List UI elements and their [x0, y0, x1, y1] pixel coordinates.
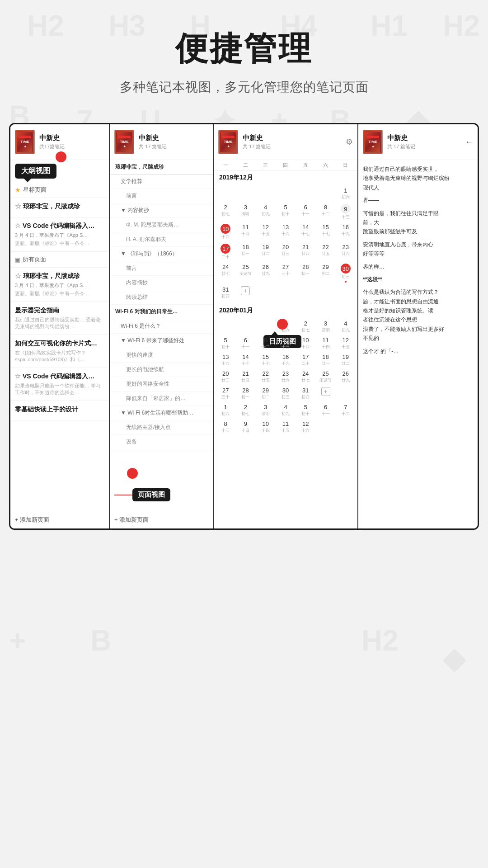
outline-item[interactable]: Wi-Fi 6 对我们的日常生…	[110, 305, 213, 319]
calendar-day[interactable]: 7十二	[336, 401, 356, 418]
outline-item[interactable]: Φ. M. 陀思妥耶夫斯…	[110, 218, 213, 232]
calendar-day-today[interactable]: 10十四	[216, 221, 235, 241]
calendar-day[interactable]: 8十二	[315, 201, 335, 221]
calendar-day[interactable]: 14十七	[296, 221, 315, 241]
calendar-day[interactable]: 3清明	[315, 317, 335, 334]
outline-item[interactable]: 前言	[110, 189, 213, 203]
list-item[interactable]: 零基础快读上手的设计	[10, 401, 109, 420]
list-item[interactable]: 显示器完全指南 我们通过自己的眼睛感受实世… 受着毫无束缚的视野与绚烂缤纷…	[10, 302, 109, 335]
list-item[interactable]: VS Code 代码编辑器入… 如果当电脑只能装一个软件还能… 学习工作时，不知…	[10, 368, 109, 401]
calendar-day[interactable]: 9十三	[336, 201, 356, 221]
calendar-day[interactable]: 22廿五	[315, 241, 335, 261]
calendar-day[interactable]: 15十七	[256, 351, 276, 368]
calendar-day[interactable]: 15十七	[315, 221, 335, 241]
calendar-day[interactable]: 29初二	[315, 261, 335, 283]
calendar-day[interactable]: 3清明	[235, 201, 255, 221]
calendar-day[interactable]: 27三十	[276, 261, 296, 283]
outline-item[interactable]: 阅读总结	[110, 290, 213, 305]
calendar-day[interactable]: 5初十	[296, 401, 315, 418]
list-item[interactable]: 琅琊非宝，尺牍成珍	[10, 198, 109, 217]
calendar-day-active[interactable]: 30初三	[336, 261, 356, 283]
calendar-day[interactable]: 21廿四	[296, 241, 315, 261]
calendar-day[interactable]: 12十五	[256, 221, 276, 241]
calendar-day[interactable]: 22廿五	[256, 368, 276, 384]
calendar-day[interactable]: 20廿三	[276, 241, 296, 261]
calendar-day[interactable]: 2初七	[235, 401, 255, 418]
calendar-day[interactable]: 10十四	[296, 334, 315, 351]
calendar-day[interactable]: 25圣诞节	[315, 368, 335, 384]
calendar-day[interactable]: 29初二	[256, 384, 276, 401]
calendar-day[interactable]: 23廿六	[336, 241, 356, 261]
calendar-day[interactable]: 11十四	[315, 334, 335, 351]
calendar-day-add[interactable]: +	[235, 283, 255, 300]
calendar-day-add[interactable]: +	[315, 384, 335, 401]
calendar-day[interactable]: 30初三	[276, 384, 296, 401]
list-item[interactable]: VS Code 代码编辑器入… 3 月 4 日，苹果发布了《App S… 更新。…	[10, 217, 109, 252]
outline-item[interactable]: ▼ 内容摘抄	[110, 203, 213, 218]
outline-item[interactable]: 文学推荐	[110, 175, 213, 189]
calendar-day[interactable]: 6十一	[296, 201, 315, 221]
calendar-day[interactable]: 11十五	[276, 418, 296, 434]
calendar-day[interactable]: 5初十	[216, 334, 235, 351]
calendar-day[interactable]: 2初七	[216, 201, 235, 221]
calendar-day[interactable]: 4初九	[336, 317, 356, 334]
calendar-day[interactable]: 8十二	[256, 334, 276, 351]
calendar-day[interactable]: 19廿二	[256, 241, 276, 261]
calendar-day[interactable]: 5初十	[276, 201, 296, 221]
calendar-day[interactable]: 24廿七	[216, 261, 235, 283]
outline-item[interactable]: ▼ 《罪与罚》（1866）	[110, 247, 213, 261]
outline-item[interactable]: 降低来自「邻居家」的…	[110, 392, 213, 406]
calendar-day[interactable]: 26廿九	[256, 261, 276, 283]
list-item[interactable]: 琅琊非宝，尺牍成珍 3 月 4 日，苹果发布了《App S… 更新。新版《标准》…	[10, 268, 109, 302]
outline-item[interactable]: Wi-Fi 6 是什么？	[110, 319, 213, 334]
outline-item[interactable]: 更好的网络安全性	[110, 377, 213, 392]
calendar-day[interactable]: 23廿六	[276, 368, 296, 384]
outline-item[interactable]: 前言	[110, 261, 213, 276]
calendar-day[interactable]: 17二十	[296, 351, 315, 368]
calendar-day[interactable]: 4初九	[256, 201, 276, 221]
calendar-day[interactable]: 28初一	[235, 384, 255, 401]
add-page-button-outline[interactable]: + 添加新页面	[110, 511, 213, 528]
calendar-day[interactable]: 27三十	[216, 384, 235, 401]
calendar-day[interactable]: 18廿一	[315, 351, 335, 368]
calendar-day[interactable]: 12十六	[296, 418, 315, 434]
gear-icon[interactable]: ⚙	[346, 137, 353, 147]
calendar-day[interactable]: 14十七	[235, 351, 255, 368]
calendar-day[interactable]: 13十六	[216, 351, 235, 368]
calendar-day[interactable]: 9十三	[276, 334, 296, 351]
calendar-day[interactable]: 18廿一	[235, 241, 255, 261]
calendar-day[interactable]: 26廿九	[336, 368, 356, 384]
add-page-button-list[interactable]: + 添加新页面	[10, 511, 109, 528]
calendar-day[interactable]: 25圣诞节	[235, 261, 255, 283]
calendar-day[interactable]: 6十一	[315, 401, 335, 418]
list-item[interactable]: 如何交互可视化你的卡片式… 在《[如何高效实践卡片式写作？ sspai.com/…	[10, 335, 109, 368]
calendar-day[interactable]: 10十四	[256, 418, 276, 434]
calendar-day[interactable]: 16十九	[276, 351, 296, 368]
calendar-day[interactable]: 28初一	[296, 261, 315, 283]
calendar-day[interactable]: 3清明	[256, 401, 276, 418]
outline-item[interactable]: 内容摘抄	[110, 276, 213, 290]
calendar-day[interactable]: 6十一	[235, 334, 255, 351]
calendar-day[interactable]: 24廿七	[296, 368, 315, 384]
calendar-day[interactable]: 12十五	[336, 334, 356, 351]
calendar-day[interactable]: 17二十	[216, 241, 235, 261]
outline-item[interactable]: 设备	[110, 435, 213, 449]
calendar-day[interactable]: 21廿四	[235, 368, 255, 384]
outline-item[interactable]: H. A. 别尔嘉耶夫	[110, 232, 213, 247]
calendar-day[interactable]: 8十三	[216, 418, 235, 434]
calendar-day[interactable]: 16十九	[336, 221, 356, 241]
calendar-day[interactable]: 31初四	[216, 283, 235, 300]
calendar-day[interactable]: 13十六	[276, 221, 296, 241]
calendar-day[interactable]: 9十四	[235, 418, 255, 434]
back-arrow-icon[interactable]: ←	[465, 137, 473, 147]
outline-item[interactable]: ▼ Wi-Fi 6 带来了哪些好处	[110, 334, 213, 348]
calendar-day[interactable]: 11十四	[235, 221, 255, 241]
calendar-day[interactable]: 2初七	[296, 317, 315, 334]
outline-item[interactable]: ▼ Wi-Fi 6对生活有哪些帮助…	[110, 406, 213, 420]
outline-item[interactable]: 更长的电池续航	[110, 363, 213, 377]
calendar-day[interactable]: 19廿二	[336, 351, 356, 368]
calendar-day[interactable]: 1初六	[336, 184, 356, 201]
calendar-day[interactable]: 1初六	[216, 401, 235, 418]
calendar-day[interactable]: 31初四	[296, 384, 315, 401]
calendar-day[interactable]: 4初九	[276, 401, 296, 418]
